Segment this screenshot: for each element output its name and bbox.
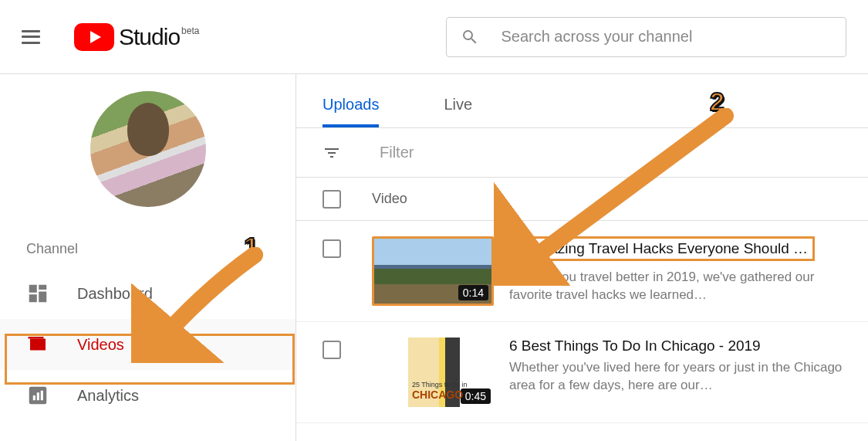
filter-icon[interactable] <box>323 144 341 162</box>
svg-rect-3 <box>41 391 43 401</box>
select-all-checkbox[interactable] <box>323 190 341 209</box>
video-title[interactable]: 6 Best Things To Do In Chicago - 2019 <box>509 338 854 354</box>
search-icon <box>461 28 479 46</box>
video-row: 0:14 4 Amazing Travel Hacks Everyone Sho… <box>296 221 868 322</box>
analytics-icon <box>26 384 49 407</box>
brand-suffix: beta <box>181 25 199 36</box>
videos-icon <box>26 333 49 356</box>
main: Uploads Live Video 0:14 4 Amazing Travel… <box>296 74 868 441</box>
search-input[interactable] <box>501 28 832 46</box>
filter-row <box>296 128 868 178</box>
menu-icon[interactable] <box>22 30 40 44</box>
logo[interactable]: Studio beta <box>74 23 199 51</box>
avatar[interactable] <box>90 91 206 207</box>
sidebar-item-label: Dashboard <box>77 285 153 303</box>
annotation-number-1: 1 <box>244 232 258 262</box>
svg-rect-2 <box>37 392 39 400</box>
svg-rect-1 <box>33 395 35 400</box>
video-thumbnail[interactable]: 0:14 <box>372 236 494 306</box>
video-duration: 0:14 <box>458 285 488 300</box>
tabs: Uploads Live <box>323 96 868 127</box>
row-checkbox[interactable] <box>323 341 341 359</box>
video-description: Whether you've lived here for years or j… <box>509 359 854 395</box>
header: Studio beta <box>0 0 868 74</box>
column-header: Video <box>296 178 868 221</box>
video-description: To help you travel better in 2019, we've… <box>509 269 854 304</box>
youtube-play-icon <box>74 23 114 51</box>
sidebar-item-analytics[interactable]: Analytics <box>0 370 296 421</box>
video-duration: 0:45 <box>461 388 491 404</box>
search-box[interactable] <box>446 17 846 57</box>
annotation-number-2: 2 <box>710 87 724 117</box>
tab-live[interactable]: Live <box>444 96 472 127</box>
video-thumbnail[interactable]: 0:45 <box>372 338 494 407</box>
filter-input[interactable] <box>380 144 575 161</box>
tab-uploads[interactable]: Uploads <box>323 96 379 127</box>
video-title[interactable]: 4 Amazing Travel Hacks Everyone Should … <box>509 236 815 261</box>
video-row: 0:45 6 Best Things To Do In Chicago - 20… <box>296 322 868 423</box>
sidebar-item-videos[interactable]: Videos <box>0 319 296 370</box>
sidebar-item-dashboard[interactable]: Dashboard <box>0 268 296 319</box>
brand-name: Studio <box>119 24 180 50</box>
column-video-label: Video <box>372 191 407 207</box>
dashboard-icon <box>26 282 49 305</box>
sidebar-item-label: Analytics <box>77 387 139 405</box>
row-checkbox[interactable] <box>323 239 341 258</box>
sidebar-item-label: Videos <box>77 336 124 354</box>
